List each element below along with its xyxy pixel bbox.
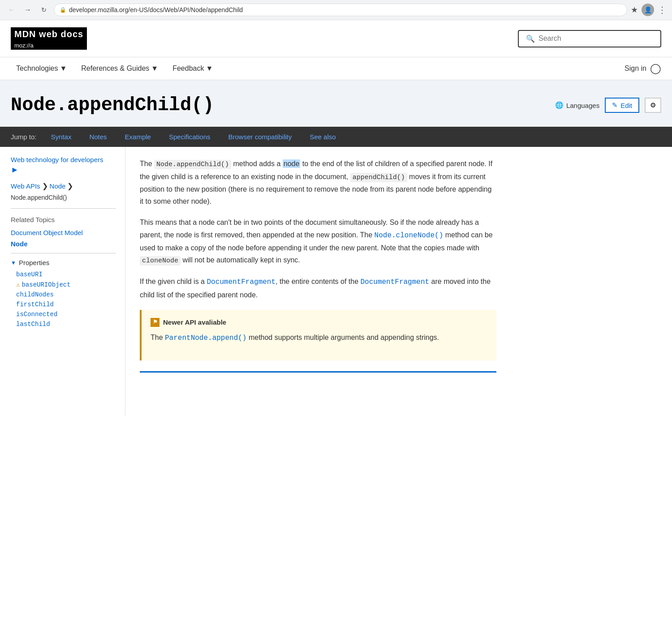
sidebar-prop-lastchild[interactable]: lastChild (11, 321, 116, 328)
logo-text-top: MDN web docs (11, 27, 87, 41)
bottom-divider (140, 371, 496, 373)
note-text: The ParentNode.append() method supports … (151, 331, 487, 344)
properties-heading[interactable]: ▼ Properties (11, 259, 116, 266)
search-icon: 🔍 (526, 34, 535, 43)
sidebar-dom-link[interactable]: Document Object Model (11, 229, 116, 236)
chevron-down-icon-3: ▼ (206, 64, 213, 73)
nav-references-label: References & Guides (81, 64, 149, 73)
gear-icon: ⚙ (650, 101, 656, 109)
search-box[interactable]: 🔍 (518, 30, 661, 47)
sign-in-button[interactable]: Sign in ◯ (625, 63, 661, 74)
settings-button[interactable]: ⚙ (645, 98, 661, 113)
link-documentfragment-2[interactable]: DocumentFragment (361, 278, 430, 286)
breadcrumb-arrow-1: ❯ (42, 182, 48, 190)
sign-in-label: Sign in (625, 64, 646, 73)
sidebar-prop-baseuri[interactable]: baseURI (11, 271, 116, 278)
logo-text-bottom: moz://a (11, 41, 87, 50)
lock-icon: 🔒 (60, 7, 66, 13)
code-appendchild: Node.appendChild() (154, 160, 231, 169)
menu-icon[interactable]: ⋮ (658, 4, 667, 15)
url-text: developer.mozilla.org/en-US/docs/Web/API… (69, 6, 621, 13)
chevron-down-icon: ▼ (60, 64, 67, 73)
sidebar: Web technology for developers ► Web APIs… (0, 147, 125, 416)
nav-left: Technologies ▼ References & Guides ▼ Fee… (11, 57, 218, 80)
properties-label: Properties (19, 259, 49, 266)
bookmark-icon[interactable]: ★ (631, 5, 638, 15)
nav-feedback[interactable]: Feedback ▼ (167, 57, 218, 80)
code-clonenode: cloneNode (140, 256, 181, 266)
main-layout: Web technology for developers ► Web APIs… (0, 147, 672, 416)
link-documentfragment-1[interactable]: DocumentFragment (207, 278, 276, 286)
refresh-button[interactable]: ↻ (38, 4, 50, 16)
sidebar-prop-baseuriobject[interactable]: ⚠ baseURIObject (11, 281, 116, 288)
languages-button[interactable]: 🌐 Languages (555, 101, 599, 109)
jump-example[interactable]: Example (121, 127, 155, 147)
sidebar-prop-firstchild[interactable]: firstChild (11, 301, 116, 308)
main-nav: Technologies ▼ References & Guides ▼ Fee… (0, 57, 672, 80)
sidebar-top-link[interactable]: Web technology for developers (11, 156, 116, 163)
breadcrumb-arrow-2: ❯ (67, 182, 73, 190)
jump-notes[interactable]: Notes (86, 127, 110, 147)
link-clonenode[interactable]: Node.cloneNode() (375, 232, 444, 240)
nav-references[interactable]: References & Guides ▼ (76, 57, 164, 80)
page-actions: 🌐 Languages ✎ Edit ⚙ (555, 98, 661, 113)
paragraph-2: This means that a node can't be in two p… (140, 216, 496, 266)
jump-specifications[interactable]: Specifications (165, 127, 214, 147)
pencil-icon: ✎ (612, 101, 618, 109)
browser-chrome: ← → ↻ 🔒 developer.mozilla.org/en-US/docs… (0, 0, 672, 20)
paragraph-3: If the given child is a DocumentFragment… (140, 275, 496, 300)
nav-feedback-label: Feedback (172, 64, 204, 73)
paragraph-1: The Node.appendChild() method adds a nod… (140, 158, 496, 207)
back-button[interactable]: ← (5, 4, 18, 16)
sidebar-divider-1 (11, 208, 116, 209)
note-box: ⚑ Newer API avaliable The ParentNode.app… (140, 310, 496, 360)
address-bar[interactable]: 🔒 developer.mozilla.org/en-US/docs/Web/A… (54, 4, 627, 16)
sidebar-node-link[interactable]: Node (11, 240, 116, 248)
breadcrumb-web-apis[interactable]: Web APIs (11, 182, 40, 190)
chevron-down-icon-2: ▼ (151, 64, 158, 73)
note-box-header: ⚑ Newer API avaliable (151, 317, 487, 328)
sidebar-prop-baseuriobject-label: baseURIObject (22, 281, 70, 288)
breadcrumb: Web APIs ❯ Node ❯ (11, 182, 116, 190)
related-topics-label: Related Topics (11, 216, 116, 223)
jump-syntax[interactable]: Syntax (47, 127, 75, 147)
edit-label: Edit (620, 102, 632, 109)
jump-to-label: Jump to: (11, 127, 37, 147)
edit-button[interactable]: ✎ Edit (605, 98, 639, 113)
jump-to-nav: Jump to: Syntax Notes Example Specificat… (0, 127, 672, 147)
nav-technologies[interactable]: Technologies ▼ (11, 57, 72, 80)
link-parentnode-append[interactable]: ParentNode.append() (165, 334, 246, 342)
breadcrumb-node[interactable]: Node (50, 182, 66, 190)
highlight-node: node (283, 159, 301, 168)
site-header: MDN web docs moz://a 🔍 (0, 20, 672, 57)
note-flag-icon: ⚑ (151, 318, 159, 327)
expand-arrow: ► (11, 165, 19, 174)
main-content: The Node.appendChild() method adds a nod… (125, 147, 511, 416)
languages-label: Languages (566, 102, 599, 109)
sidebar-divider-2 (11, 253, 116, 253)
sidebar-prop-childnodes[interactable]: childNodes (11, 291, 116, 298)
search-input[interactable] (538, 34, 653, 43)
forward-button[interactable]: → (22, 4, 34, 16)
profile-icon[interactable]: 👤 (642, 4, 654, 16)
note-title: Newer API avaliable (163, 317, 226, 328)
nav-technologies-label: Technologies (16, 64, 58, 73)
warning-icon: ⚠ (16, 281, 20, 288)
globe-icon: 🌐 (555, 101, 564, 109)
jump-see-also[interactable]: See also (306, 127, 339, 147)
sidebar-prop-isconnected[interactable]: isConnected (11, 311, 116, 318)
sidebar-expand[interactable]: ► (11, 165, 116, 175)
mdn-logo[interactable]: MDN web docs moz://a (11, 27, 87, 50)
code-appendchild-2: appendChild() (350, 173, 407, 182)
breadcrumb-current: Node.appendChild() (11, 194, 67, 201)
triangle-icon: ▼ (11, 260, 16, 266)
page-title: Node.appendChild() (11, 94, 214, 116)
page-header: Node.appendChild() 🌐 Languages ✎ Edit ⚙ (0, 80, 672, 127)
github-icon: ◯ (650, 63, 661, 74)
jump-browser-compatibility[interactable]: Browser compatibility (225, 127, 296, 147)
